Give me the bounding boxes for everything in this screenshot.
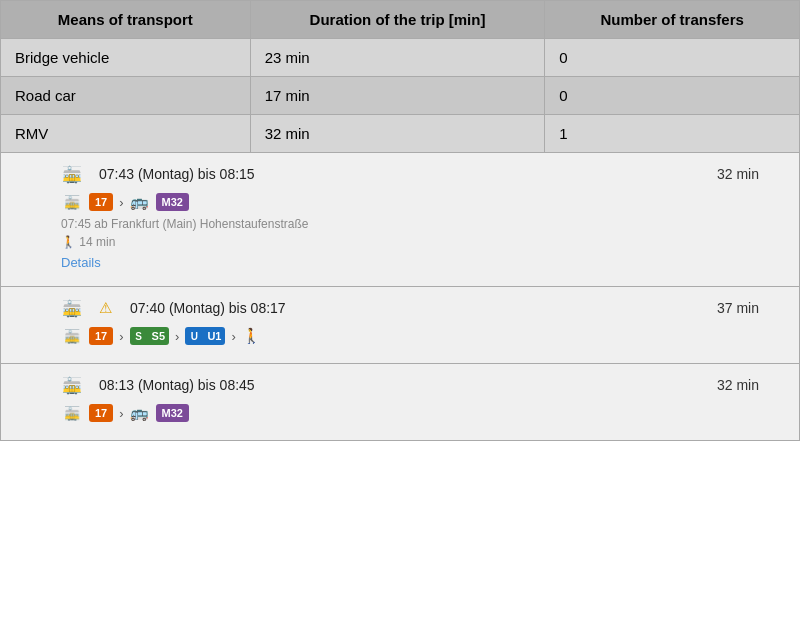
arrow-icon-4: › <box>231 329 235 344</box>
rmv-detail-cell: 🚋 07:43 (Montag) bis 08:15 32 min 🚋 17 ›… <box>1 153 800 287</box>
table-row: RMV 32 min 1 <box>1 115 800 153</box>
route-icons-line-2: 🚋 17 › S S5 › U U1 <box>61 325 799 347</box>
tram-small-icon-3: 🚋 <box>61 402 83 424</box>
route-block-3: 🚋 08:13 (Montag) bis 08:45 32 min 🚋 17 ›… <box>61 374 799 424</box>
cell-transport: Bridge vehicle <box>1 39 251 77</box>
route-duration-3: 32 min <box>717 377 799 393</box>
details-link[interactable]: Details <box>61 255 101 270</box>
route-time-line-2: 🚋 ⚠ 07:40 (Montag) bis 08:17 37 min <box>61 297 799 319</box>
tram-icon-2: 🚋 <box>61 297 83 319</box>
rmv-detail-row-1: 🚋 07:43 (Montag) bis 08:15 32 min 🚋 17 ›… <box>1 153 800 287</box>
cell-transfers: 0 <box>545 77 800 115</box>
transport-table: Means of transport Duration of the trip … <box>0 0 800 441</box>
arrow-icon-2: › <box>119 329 123 344</box>
header-transport: Means of transport <box>1 1 251 39</box>
tram-small-icon-2: 🚋 <box>61 325 83 347</box>
tram-icon-3: 🚋 <box>61 374 83 396</box>
cell-duration: 32 min <box>250 115 545 153</box>
tram-icon: 🚋 <box>61 163 83 185</box>
table-row: Bridge vehicle 23 min 0 <box>1 39 800 77</box>
header-transfers: Number of transfers <box>545 1 800 39</box>
route-time: 07:43 (Montag) bis 08:15 <box>99 166 255 182</box>
route-block-1: 🚋 07:43 (Montag) bis 08:15 32 min 🚋 17 ›… <box>61 163 799 270</box>
route-time-line: 🚋 07:43 (Montag) bis 08:15 32 min <box>61 163 799 185</box>
rmv-detail-cell-3: 🚋 08:13 (Montag) bis 08:45 32 min 🚋 17 ›… <box>1 364 800 441</box>
route-walk-info: 🚶 14 min <box>61 235 799 249</box>
rmv-detail-row-3: 🚋 08:13 (Montag) bis 08:45 32 min 🚋 17 ›… <box>1 364 800 441</box>
bus-icon: 🚌 <box>130 192 150 212</box>
rmv-detail-row-2: 🚋 ⚠ 07:40 (Montag) bis 08:17 37 min 🚋 17… <box>1 287 800 364</box>
arrow-icon-5: › <box>119 406 123 421</box>
table-row: Road car 17 min 0 <box>1 77 800 115</box>
bus-icon-2: 🚌 <box>130 403 150 423</box>
route-block-2: 🚋 ⚠ 07:40 (Montag) bis 08:17 37 min 🚋 17… <box>61 297 799 347</box>
badge-u1: U U1 <box>185 327 225 345</box>
cell-transport: RMV <box>1 115 251 153</box>
cell-transfers: 0 <box>545 39 800 77</box>
tram-small-icon: 🚋 <box>61 191 83 213</box>
warning-icon: ⚠ <box>99 299 112 317</box>
walk-icon: 🚶 <box>242 327 261 345</box>
badge-m32-2: M32 <box>156 404 189 422</box>
badge-s5: S S5 <box>130 327 169 345</box>
route-time-2: 07:40 (Montag) bis 08:17 <box>130 300 286 316</box>
header-duration: Duration of the trip [min] <box>250 1 545 39</box>
badge-17: 17 <box>89 193 113 211</box>
cell-duration: 17 min <box>250 77 545 115</box>
arrow-icon: › <box>119 195 123 210</box>
route-icons-line-3: 🚋 17 › 🚌 M32 <box>61 402 799 424</box>
cell-transport: Road car <box>1 77 251 115</box>
badge-17-3: 17 <box>89 404 113 422</box>
route-time-line-3: 🚋 08:13 (Montag) bis 08:45 32 min <box>61 374 799 396</box>
route-sub-info: 07:45 ab Frankfurt (Main) Hohenstaufenst… <box>61 217 799 231</box>
route-time-3: 08:13 (Montag) bis 08:45 <box>99 377 255 393</box>
badge-17-2: 17 <box>89 327 113 345</box>
cell-transfers: 1 <box>545 115 800 153</box>
cell-duration: 23 min <box>250 39 545 77</box>
route-duration-2: 37 min <box>717 300 799 316</box>
arrow-icon-3: › <box>175 329 179 344</box>
rmv-detail-cell-2: 🚋 ⚠ 07:40 (Montag) bis 08:17 37 min 🚋 17… <box>1 287 800 364</box>
badge-m32: M32 <box>156 193 189 211</box>
route-duration: 32 min <box>717 166 799 182</box>
route-icons-line: 🚋 17 › 🚌 M32 <box>61 191 799 213</box>
